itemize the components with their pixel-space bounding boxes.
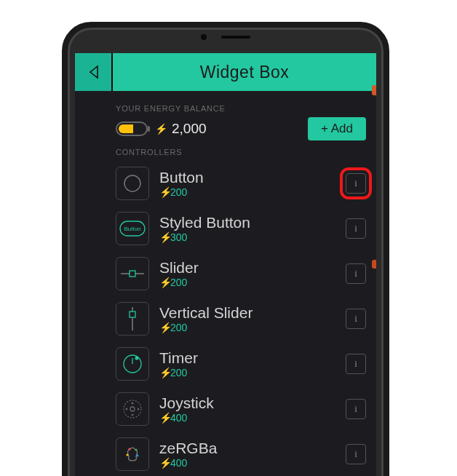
widget-cost-value: 200 xyxy=(170,322,187,333)
info-button[interactable]: i xyxy=(346,173,366,194)
side-button xyxy=(386,173,389,202)
phone-notch xyxy=(193,33,258,41)
widget-row[interactable]: ButtonStyled Button⚡300i xyxy=(116,206,366,251)
svg-text:Button: Button xyxy=(124,226,140,232)
header: Widget Box xyxy=(75,53,376,91)
widget-cost-value: 200 xyxy=(170,186,187,198)
back-button[interactable] xyxy=(75,53,113,91)
widget-name: Vertical Slider xyxy=(159,304,335,321)
widget-row[interactable]: Slider⚡200i xyxy=(116,251,366,296)
svg-point-11 xyxy=(130,407,135,411)
widget-name: Slider xyxy=(159,259,335,276)
svg-rect-6 xyxy=(130,312,135,317)
info-button[interactable]: i xyxy=(346,218,366,239)
circle-icon xyxy=(116,167,149,200)
speaker xyxy=(221,36,250,39)
widget-meta: Button⚡200 xyxy=(159,169,335,197)
timer-icon xyxy=(116,347,149,381)
info-button[interactable]: i xyxy=(346,309,366,329)
widget-name: Joystick xyxy=(159,394,335,411)
battery-icon xyxy=(116,122,148,136)
add-energy-button[interactable]: + Add xyxy=(308,117,366,140)
section-label-controllers: CONTROLLERS xyxy=(116,148,366,156)
widget-cost: ⚡400 xyxy=(159,457,335,469)
phone-frame: Widget Box YOUR ENERGY BALANCE ⚡ 2,000 +… xyxy=(62,22,389,476)
screen: Widget Box YOUR ENERGY BALANCE ⚡ 2,000 +… xyxy=(75,53,376,476)
widget-cost: ⚡400 xyxy=(159,412,335,424)
info-button[interactable]: i xyxy=(346,263,366,284)
widget-row[interactable]: Button⚡200i xyxy=(116,161,366,206)
section-label-balance: YOUR ENERGY BALANCE xyxy=(116,104,366,113)
styled-icon: Button xyxy=(116,212,149,245)
widget-name: Timer xyxy=(159,349,335,366)
h-slider-icon xyxy=(116,257,149,290)
joystick-icon xyxy=(116,392,149,426)
widget-list: Button⚡200iButtonStyled Button⚡300iSlide… xyxy=(116,161,366,476)
v-slider-icon xyxy=(116,302,149,336)
widget-meta: Vertical Slider⚡200 xyxy=(159,304,335,333)
widget-cost: ⚡200 xyxy=(159,367,335,378)
page-title: Widget Box xyxy=(113,53,376,91)
widget-row[interactable]: Joystick⚡400i xyxy=(116,386,366,432)
info-button[interactable]: i xyxy=(346,354,366,374)
widget-row[interactable]: Vertical Slider⚡200i xyxy=(116,296,366,341)
svg-point-9 xyxy=(135,357,139,360)
widget-cost-value: 200 xyxy=(170,367,187,378)
widget-row[interactable]: zeRGBa⚡400i xyxy=(116,432,366,476)
widget-cost-value: 200 xyxy=(170,277,187,288)
widget-cost: ⚡300 xyxy=(159,231,335,243)
widget-cost: ⚡200 xyxy=(159,277,335,288)
svg-point-0 xyxy=(124,175,140,191)
info-button[interactable]: i xyxy=(346,399,366,419)
bolt-icon: ⚡ xyxy=(155,123,167,135)
svg-point-12 xyxy=(129,448,131,451)
zergba-icon xyxy=(116,437,149,471)
widget-name: Styled Button xyxy=(159,214,335,231)
widget-cost: ⚡200 xyxy=(159,186,335,198)
accent-notch xyxy=(372,85,376,95)
side-button xyxy=(386,297,389,341)
widget-name: Button xyxy=(159,169,335,186)
widget-cost-value: 400 xyxy=(170,457,187,469)
svg-rect-4 xyxy=(130,271,135,277)
widget-meta: Slider⚡200 xyxy=(159,259,335,287)
svg-point-14 xyxy=(127,454,129,456)
balance-row: ⚡ 2,000 + Add xyxy=(116,117,366,140)
side-button xyxy=(386,122,389,166)
content: YOUR ENERGY BALANCE ⚡ 2,000 + Add CONTRO… xyxy=(75,91,376,476)
widget-meta: Timer⚡200 xyxy=(159,349,335,378)
widget-cost-value: 300 xyxy=(170,231,187,243)
widget-row[interactable]: Timer⚡200i xyxy=(116,341,366,386)
svg-point-13 xyxy=(135,449,138,451)
info-button[interactable]: i xyxy=(346,444,366,464)
accent-notch xyxy=(372,260,376,269)
balance-amount: 2,000 xyxy=(172,121,207,137)
widget-name: zeRGBa xyxy=(159,440,335,456)
widget-meta: Styled Button⚡300 xyxy=(159,214,335,242)
battery-fill xyxy=(119,124,133,133)
widget-meta: Joystick⚡400 xyxy=(159,394,335,423)
front-camera xyxy=(201,34,207,40)
svg-point-15 xyxy=(137,455,139,457)
widget-cost: ⚡200 xyxy=(159,322,335,333)
back-icon xyxy=(86,63,100,81)
widget-meta: zeRGBa⚡400 xyxy=(159,440,335,468)
widget-cost-value: 400 xyxy=(170,412,187,424)
